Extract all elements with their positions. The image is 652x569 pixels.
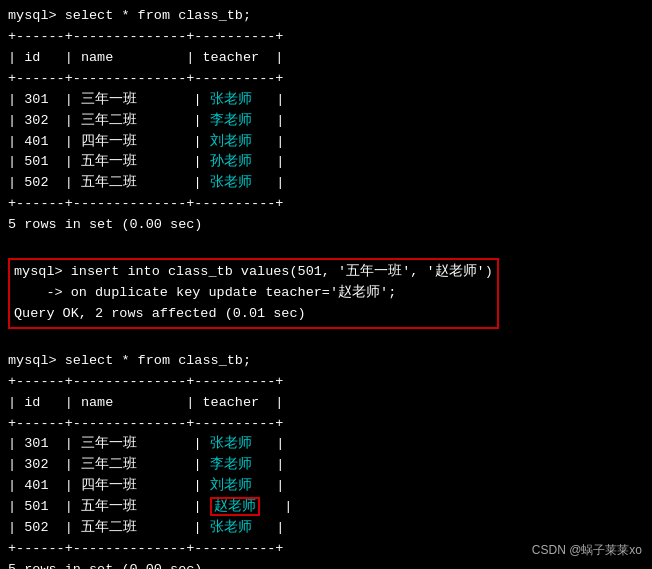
result-1: 5 rows in set (0.00 sec): [8, 215, 644, 236]
border-top-1: +------+--------------+----------+: [8, 27, 644, 48]
spacer-1: [8, 236, 644, 257]
row-1-2: | 302 | 三年二班 | 李老师 |: [8, 111, 644, 132]
row-1-3: | 401 | 四年一班 | 刘老师 |: [8, 132, 644, 153]
row-2-5: | 502 | 五年二班 | 张老师 |: [8, 518, 644, 539]
row-2-2: | 302 | 三年二班 | 李老师 |: [8, 455, 644, 476]
insert-line-2: -> on duplicate key update teacher='赵老师'…: [14, 283, 493, 304]
select-cmd-1: mysql> select * from class_tb;: [8, 6, 644, 27]
border-mid-1: +------+--------------+----------+: [8, 69, 644, 90]
border-bot-1: +------+--------------+----------+: [8, 194, 644, 215]
query-ok: Query OK, 2 rows affected (0.01 sec): [14, 304, 493, 325]
row-2-4: | 501 | 五年一班 | 赵老师 |: [8, 497, 644, 518]
border-mid-2: +------+--------------+----------+: [8, 414, 644, 435]
insert-block: mysql> insert into class_tb values(501, …: [8, 258, 499, 329]
row-2-1: | 301 | 三年一班 | 张老师 |: [8, 434, 644, 455]
row-1-1: | 301 | 三年一班 | 张老师 |: [8, 90, 644, 111]
terminal: mysql> select * from class_tb; +------+-…: [0, 0, 652, 569]
watermark: CSDN @蜗子莱莱xo: [532, 542, 642, 559]
header-1: | id | name | teacher |: [8, 48, 644, 69]
select-cmd-2: mysql> select * from class_tb;: [8, 351, 644, 372]
row-1-4: | 501 | 五年一班 | 孙老师 |: [8, 152, 644, 173]
header-2: | id | name | teacher |: [8, 393, 644, 414]
row-1-5: | 502 | 五年二班 | 张老师 |: [8, 173, 644, 194]
insert-line-1: mysql> insert into class_tb values(501, …: [14, 262, 493, 283]
row-2-3: | 401 | 四年一班 | 刘老师 |: [8, 476, 644, 497]
border-top-2: +------+--------------+----------+: [8, 372, 644, 393]
spacer-2: [8, 330, 644, 351]
result-2: 5 rows in set (0.00 sec): [8, 560, 644, 569]
